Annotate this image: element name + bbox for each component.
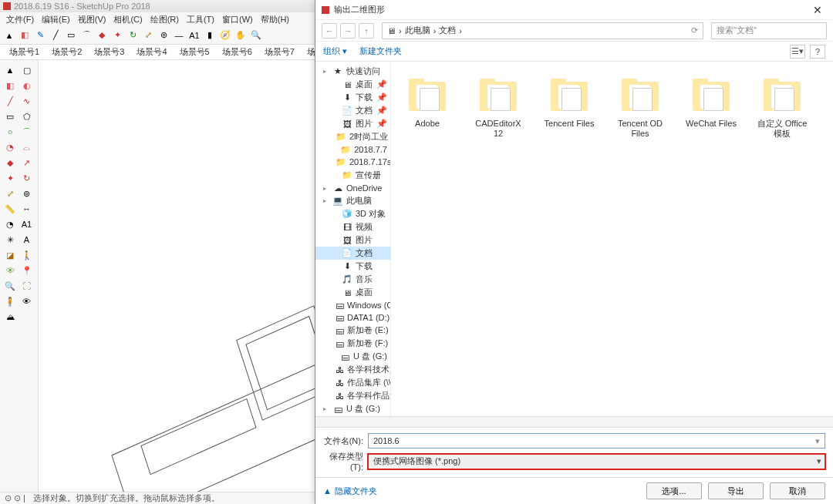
filetype-select[interactable]: 便携式网络图像 (*.png) — [368, 454, 825, 469]
scale2-icon[interactable]: ⤢ — [3, 186, 17, 200]
tree-node[interactable]: ☁OneDrive — [315, 182, 390, 194]
menu-edit[interactable]: 编辑(E) — [39, 14, 73, 25]
rect-icon[interactable]: ▭ — [65, 29, 77, 42]
tree-node[interactable]: 🖼图片 — [315, 234, 390, 247]
tape2-icon[interactable]: 📏 — [3, 202, 17, 216]
tree-node[interactable]: 📄文档📌 — [315, 104, 390, 117]
crumb-item[interactable]: 此电脑 — [405, 25, 430, 36]
tree-node[interactable]: 💻此电脑 — [315, 194, 390, 207]
poly-icon[interactable]: ⬠ — [20, 109, 34, 123]
push-icon[interactable]: ◆ — [96, 29, 108, 42]
push2-icon[interactable]: ◆ — [3, 156, 17, 170]
eye-icon[interactable]: 👁 — [20, 294, 34, 308]
search-input[interactable]: 搜索"文档" — [711, 22, 827, 39]
sand-icon[interactable]: ⛰ — [3, 310, 17, 324]
cancel-button[interactable]: 取消 — [770, 482, 825, 499]
paint-icon[interactable]: ▮ — [204, 29, 216, 42]
tree-node[interactable]: 🖧各学科技术贴 (\\192 — [315, 363, 390, 376]
pie-icon[interactable]: ◔ — [3, 140, 17, 154]
orbit-icon[interactable]: 🧭 — [219, 29, 231, 42]
tree-node[interactable]: ⬇下载 — [315, 260, 390, 273]
dim-icon[interactable]: ↔ — [20, 202, 34, 216]
tree-node[interactable]: 🖴Windows (C:) — [315, 299, 390, 311]
tree-node[interactable]: ⬇下载📌 — [315, 91, 390, 104]
folder-item[interactable]: WeChat Files — [683, 77, 740, 129]
nav-back-icon[interactable]: ← — [322, 23, 337, 39]
help-icon[interactable]: ? — [810, 45, 825, 59]
style-icon[interactable]: ◐ — [20, 79, 34, 92]
eraser-icon[interactable]: ◧ — [19, 29, 31, 42]
tree-node[interactable]: 🎞视频 — [315, 220, 390, 234]
menu-help[interactable]: 帮助(H) — [258, 14, 292, 25]
organize-menu[interactable]: 组织 ▾ — [323, 45, 347, 57]
tree-node[interactable]: 🖴U 盘 (G:) — [315, 350, 390, 363]
breadcrumb[interactable]: 🖥 › 此电脑 › 文档 › ⟳ — [382, 22, 703, 39]
folder-tree[interactable]: ★快速访问🖥桌面📌⬇下载📌📄文档📌🖼图片📌📁2时尚工业📁2018.7.7📁201… — [315, 62, 391, 416]
folder-item[interactable]: Tencent OD Files — [612, 77, 669, 139]
arc3-icon[interactable]: ⌓ — [20, 140, 34, 154]
tree-node[interactable]: 🖼图片📌 — [315, 117, 390, 130]
tree-node[interactable]: 🖥桌面 — [315, 286, 390, 299]
select-tool-icon[interactable]: ▲ — [3, 63, 17, 77]
tree-node[interactable]: 🖧各学科作品集分 — [315, 389, 390, 402]
folder-item[interactable]: Adobe — [399, 77, 456, 129]
tree-node[interactable]: 🖴新加卷 (E:) — [315, 324, 390, 337]
menu-camera[interactable]: 相机(C) — [110, 14, 145, 25]
scrollbar[interactable] — [315, 416, 833, 427]
tree-node[interactable]: 🎵音乐 — [315, 273, 390, 286]
options-button[interactable]: 选项... — [646, 482, 702, 499]
tree-node[interactable]: 🖴新加卷 (F:) — [315, 337, 390, 350]
protractor-icon[interactable]: ◔ — [3, 217, 17, 231]
scene-tab[interactable]: 场景号4 — [132, 46, 171, 58]
zoom2-icon[interactable]: 🔍 — [3, 279, 17, 293]
scene-tab[interactable]: 场景号7 — [260, 46, 299, 58]
filename-input[interactable]: 2018.6▾ — [368, 433, 825, 449]
extents-icon[interactable]: ⛶ — [20, 279, 34, 293]
tree-node[interactable]: 🖴DATA1 (D:) — [315, 311, 390, 324]
menu-tools[interactable]: 工具(T) — [184, 14, 218, 25]
move2-icon[interactable]: ✦ — [3, 171, 17, 185]
tree-node[interactable]: ★快速访问 — [315, 65, 390, 78]
section-icon[interactable]: ◪ — [3, 248, 17, 262]
person-icon[interactable]: 🧍 — [3, 294, 17, 308]
axes-icon[interactable]: ✳ — [3, 233, 17, 247]
crumb-item[interactable]: 文档 — [439, 25, 456, 36]
tape-icon[interactable]: — — [173, 29, 185, 42]
offset-icon[interactable]: ⊚ — [157, 29, 170, 42]
folder-item[interactable]: Tencent Files — [541, 77, 598, 129]
tree-node[interactable]: 🖧作品集库 (\\192 — [315, 376, 390, 389]
scene-tab[interactable]: 场景号1 — [5, 46, 44, 58]
export-button[interactable]: 导出 — [708, 482, 764, 499]
tree-node[interactable]: 📁2时尚工业 — [315, 130, 390, 143]
folder-item[interactable]: 自定义 Office 模板 — [754, 77, 811, 139]
scene-tab[interactable]: 场景号2 — [47, 46, 86, 58]
position-icon[interactable]: 📍 — [20, 264, 34, 277]
text2-icon[interactable]: A1 — [20, 217, 34, 231]
line2-icon[interactable]: ╱ — [3, 94, 17, 108]
new-folder-button[interactable]: 新建文件夹 — [359, 45, 402, 57]
eraser2-icon[interactable]: ◧ — [3, 79, 17, 92]
nav-fwd-icon[interactable]: → — [340, 23, 356, 39]
close-icon[interactable]: ✕ — [808, 4, 827, 16]
walk-icon[interactable]: 🚶 — [20, 248, 34, 262]
pencil-icon[interactable]: ✎ — [34, 29, 46, 42]
tree-node[interactable]: 🖴U 盘 (G:) — [315, 402, 390, 415]
folder-item[interactable]: CADEditorX 12 — [470, 77, 527, 139]
move-icon[interactable]: ✦ — [111, 29, 123, 42]
nav-up-icon[interactable]: ↑ — [359, 23, 374, 39]
look-icon[interactable]: 👁 — [3, 264, 17, 277]
line-icon[interactable]: ╱ — [49, 29, 62, 42]
arc-icon[interactable]: ⌒ — [80, 29, 93, 42]
refresh-icon[interactable]: ⟳ — [691, 25, 698, 35]
3dtext-icon[interactable]: A — [20, 233, 34, 247]
select-icon[interactable]: ▲ — [3, 29, 15, 42]
file-list[interactable]: AdobeCADEditorX 12Tencent FilesTencent O… — [391, 62, 833, 416]
hide-folders-link[interactable]: ▲ 隐藏文件夹 — [323, 486, 377, 497]
arc2-icon[interactable]: ⌒ — [20, 125, 34, 139]
circle-icon[interactable]: ○ — [3, 125, 17, 139]
follow-icon[interactable]: ↗ — [20, 156, 34, 170]
tree-node[interactable]: 📁宣传册 — [315, 169, 390, 182]
rect2-icon[interactable]: ▭ — [3, 109, 17, 123]
view-mode-icon[interactable]: ☰▾ — [790, 45, 805, 59]
rotate-icon[interactable]: ↻ — [126, 29, 139, 42]
